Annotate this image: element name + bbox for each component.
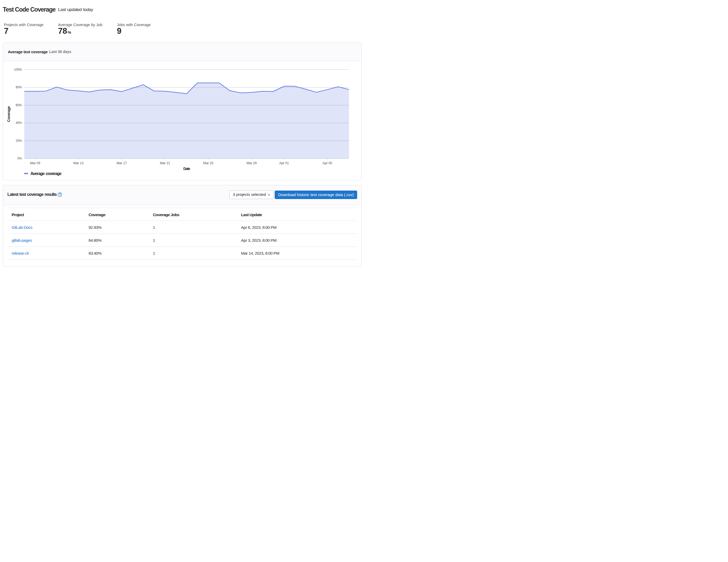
column-header-project: Project [7,208,84,221]
page-subtitle: Last updated today [58,7,93,12]
chart-card-header: Average test coverage Last 30 days [3,43,361,61]
x-tick-label: Mar 13 [73,161,83,165]
y-tick-label: 80% [16,85,22,89]
cell-coverage-jobs: 1 [149,221,237,234]
table-row: release-cli83.40%1Mar 14, 2023, 8:00 PM [7,247,357,259]
y-axis-name: Coverage [7,106,11,122]
area-fill [24,83,349,158]
cell-coverage: 64.80% [84,234,149,247]
project-link[interactable]: GitLab Docs [12,225,32,229]
coverage-chart[interactable]: 0%20%40%60%80%100%Mar 09Mar 13Mar 17Mar … [3,61,361,180]
cell-last-update: Mar 14, 2023, 8:00 PM [237,247,357,259]
table-row: GitLab Docs92.93%1Apr 6, 2023, 8:00 PM [7,221,357,234]
chevron-down-icon [267,193,271,197]
area-chart-svg: 0%20%40%60%80%100%Mar 09Mar 13Mar 17Mar … [7,61,358,180]
stat-projects-with-coverage: Projects with Coverage 7 [4,22,43,37]
latest-results-card: Latest test coverage results 3 projects … [3,185,362,266]
cell-coverage-jobs: 1 [149,247,237,259]
y-tick-label: 100% [14,67,22,71]
column-header-coverage-jobs: Coverage Jobs [149,208,237,221]
legend-label: Average coverage [31,171,62,175]
legend-marker [24,173,28,174]
project-link[interactable]: release-cli [12,251,28,255]
x-axis-name: Date [183,166,190,171]
cell-last-update: Apr 3, 2023, 8:00 PM [237,234,357,247]
project-link[interactable]: gitlab-pages [12,238,32,242]
chart-card-title: Average test coverage [8,50,48,54]
stat-average-coverage-by-job: Average Coverage by Job 78% [58,22,102,37]
cell-project: GitLab Docs [7,221,84,234]
stat-value: 7 [4,26,8,36]
results-table-body: Project Coverage Coverage Jobs Last Upda… [3,205,361,260]
column-header-last-update: Last Update [237,208,357,221]
x-tick-label: Mar 09 [30,161,40,165]
stat-value: 78 [58,26,67,36]
results-card-header: Latest test coverage results 3 projects … [3,185,361,205]
download-csv-button[interactable]: Download historic test coverage data (.c… [275,190,357,199]
stat-label: Projects with Coverage [4,22,43,27]
stat-unit: % [68,30,71,35]
projects-dropdown-value: 3 projects selected [233,192,266,197]
y-tick-label: 20% [16,139,22,142]
test-code-coverage-page: Test Code CoverageLast updated today Pro… [0,0,364,281]
page-header: Test Code CoverageLast updated today [3,0,364,13]
results-card-title: Latest test coverage results [7,192,57,197]
x-tick-label: Apr 01 [279,161,289,165]
cell-last-update: Apr 6, 2023, 8:00 PM [237,221,357,234]
question-icon[interactable] [58,192,62,197]
cell-coverage-jobs: 1 [149,234,237,247]
stat-label: Jobs with Coverage [117,22,151,27]
x-tick-label: Mar 17 [117,161,127,165]
y-tick-label: 40% [16,121,22,125]
table-row: gitlab-pages64.80%1Apr 3, 2023, 8:00 PM [7,234,357,247]
cell-coverage: 92.93% [84,221,149,234]
table-header-row: Project Coverage Coverage Jobs Last Upda… [7,208,357,221]
stat-jobs-with-coverage: Jobs with Coverage 9 [117,22,151,37]
x-tick-label: Mar 21 [160,161,170,165]
y-tick-label: 60% [16,103,22,107]
coverage-results-table: Project Coverage Coverage Jobs Last Upda… [7,208,357,259]
x-tick-label: Mar 29 [247,161,257,165]
y-tick-label: 0% [17,156,22,160]
x-tick-label: Mar 25 [203,161,213,165]
cell-project: release-cli [7,247,84,259]
table-body: GitLab Docs92.93%1Apr 6, 2023, 8:00 PMgi… [7,221,357,259]
cell-coverage: 83.40% [84,247,149,259]
average-test-coverage-card: Average test coverage Last 30 days 0%20%… [3,42,362,180]
chart-card-period: Last 30 days [49,50,71,54]
cell-project: gitlab-pages [7,234,84,247]
column-header-coverage: Coverage [84,208,149,221]
page-title: Test Code Coverage [3,6,56,13]
stats-row: Projects with Coverage 7 Average Coverag… [4,22,364,37]
projects-dropdown[interactable]: 3 projects selected [229,190,274,199]
results-card-controls: 3 projects selected Download historic te… [229,190,357,199]
stat-value: 9 [117,26,121,36]
x-tick-label: Apr 05 [323,161,332,165]
